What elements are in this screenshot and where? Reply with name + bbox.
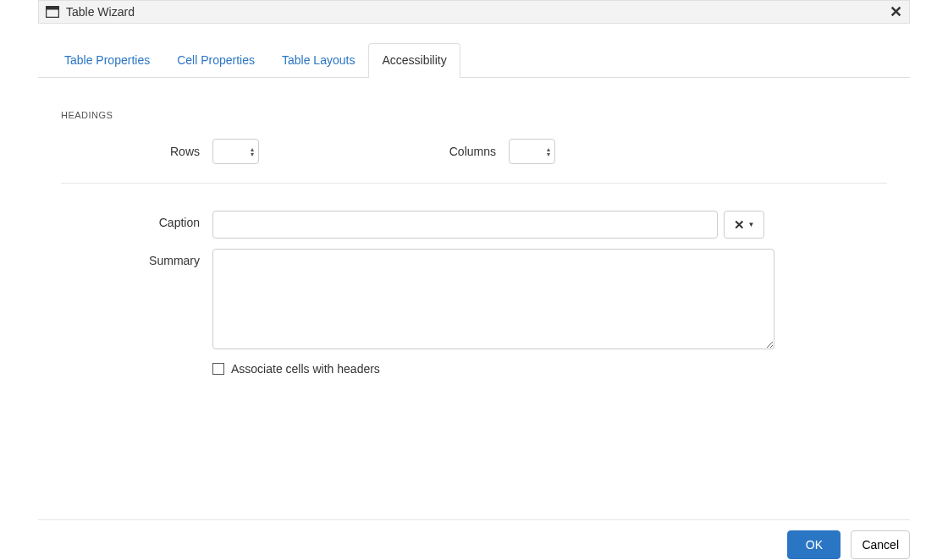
- tab-cell-properties[interactable]: Cell Properties: [163, 43, 268, 78]
- caption-label: Caption: [61, 211, 200, 229]
- form-grid: Caption ✕ ▼ Summary Associate cells with: [61, 211, 887, 376]
- ok-button[interactable]: OK: [787, 530, 841, 559]
- cancel-button[interactable]: Cancel: [851, 530, 910, 559]
- tab-table-properties[interactable]: Table Properties: [51, 43, 163, 78]
- chevron-down-icon: ▼: [748, 221, 755, 228]
- titlebar: Table Wizard ✕: [38, 0, 910, 24]
- no-align-icon: ✕: [734, 217, 745, 233]
- rows-stepper-arrows: ▴ ▾: [251, 147, 254, 156]
- caption-align-button[interactable]: ✕ ▼: [724, 211, 764, 239]
- summary-row: Summary: [61, 249, 887, 349]
- table-icon: [46, 6, 59, 18]
- headings-row: Rows ▴ ▾ Columns ▴ ▾: [61, 139, 887, 184]
- columns-stepper[interactable]: ▴ ▾: [509, 139, 555, 164]
- close-icon[interactable]: ✕: [890, 4, 902, 19]
- summary-textarea[interactable]: [212, 249, 774, 349]
- columns-stepper-arrows: ▴ ▾: [547, 147, 550, 156]
- rows-label: Rows: [61, 145, 200, 158]
- associate-label: Associate cells with headers: [231, 362, 380, 376]
- table-wizard-dialog: Table Wizard ✕ Table Properties Cell Pro…: [38, 0, 910, 559]
- svg-rect-1: [47, 7, 59, 10]
- columns-label: Columns: [352, 145, 496, 158]
- tab-table-layouts[interactable]: Table Layouts: [268, 43, 368, 78]
- titlebar-title: Table Wizard: [66, 5, 135, 19]
- tab-strip: Table Properties Cell Properties Table L…: [38, 24, 910, 78]
- chevron-down-icon: ▾: [547, 152, 550, 156]
- associate-checkbox[interactable]: [212, 363, 224, 375]
- chevron-down-icon: ▾: [251, 152, 254, 156]
- dialog-footer: OK Cancel: [38, 519, 910, 559]
- headings-section-title: HEADINGS: [61, 110, 887, 120]
- tab-content: HEADINGS Rows ▴ ▾ Columns ▴ ▾ Ca: [38, 78, 910, 376]
- caption-input[interactable]: [212, 211, 718, 239]
- rows-stepper[interactable]: ▴ ▾: [212, 139, 259, 164]
- caption-row: Caption ✕ ▼: [61, 211, 887, 239]
- tab-accessibility[interactable]: Accessibility: [368, 43, 460, 78]
- associate-row: Associate cells with headers: [212, 362, 887, 376]
- summary-label: Summary: [61, 249, 200, 267]
